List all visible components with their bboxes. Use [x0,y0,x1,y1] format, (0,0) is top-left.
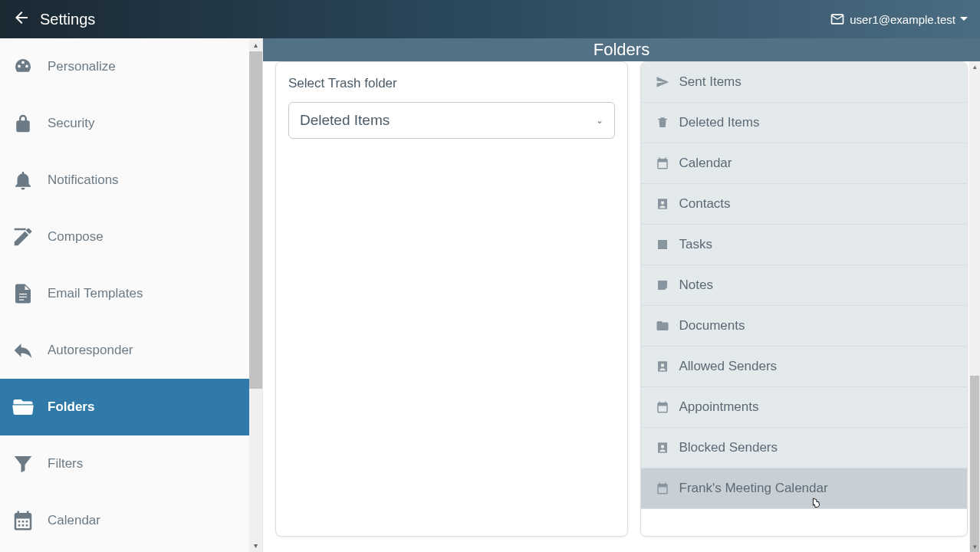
lock-icon [11,112,35,135]
folder-label: Calendar [679,156,732,171]
folder-item[interactable]: Documents [641,306,968,347]
scroll-down-icon[interactable]: ▾ [969,541,980,552]
sidebar-item-notifications[interactable]: Notifications [0,152,249,209]
scroll-up-icon[interactable]: ▴ [249,38,262,51]
sidebar-item-label: Compose [48,229,104,245]
sidebar-item-autoresponder[interactable]: Autoresponder [0,322,249,379]
contact-icon [655,441,670,455]
sidebar-item-label: Personalize [48,59,116,74]
sidebar-scrollbar[interactable]: ▴ ▾ [249,38,262,552]
folder-item[interactable]: Tasks [641,225,968,265]
filter-icon [11,452,35,475]
sidebar-item-columns[interactable]: Columns [0,549,249,552]
main-content: Folders Select Trash folder Deleted Item… [263,38,980,552]
contact-icon [655,197,670,211]
sidebar-item-compose[interactable]: Compose [0,209,249,265]
sidebar-item-label: Filters [48,456,83,472]
trash-icon [655,116,670,130]
sidebar-item-security[interactable]: Security [0,95,249,152]
calendar-icon [655,400,670,414]
scroll-down-icon[interactable]: ▾ [249,539,262,552]
folder-label: Tasks [679,237,712,252]
scroll-thumb[interactable] [970,376,979,552]
folder-label: Contacts [679,196,731,212]
settings-sidebar: Personalize Security Notifications Compo… [0,38,263,552]
sidebar-item-calendar[interactable]: Calendar [0,492,249,549]
content-title: Folders [263,38,980,61]
sidebar-item-folders[interactable]: Folders [0,379,249,435]
calendar-grid-icon [11,509,35,532]
sidebar-item-personalize[interactable]: Personalize [0,38,249,95]
folder-label: Allowed Senders [679,359,778,374]
app-header: Settings user1@example.test [0,0,980,38]
folder-item[interactable]: Contacts [641,184,968,225]
folder-label: Frank's Meeting Calendar [679,481,828,496]
page-title: Settings [40,11,95,28]
folder-item[interactable]: Calendar [641,143,968,184]
sidebar-item-email-templates[interactable]: Email Templates [0,265,249,322]
sidebar-item-label: Autoresponder [48,343,133,358]
file-icon [11,282,35,305]
sidebar-item-label: Email Templates [48,286,143,301]
folder-item[interactable]: Appointments [641,387,968,428]
folder-label: Deleted Items [679,115,760,130]
calendar-icon [655,481,670,495]
check-icon [655,238,670,251]
bell-icon [11,169,35,192]
sidebar-item-label: Notifications [48,172,119,188]
note-icon [655,278,670,292]
folder-label: Sent Items [679,74,742,90]
scroll-thumb[interactable] [249,51,262,389]
trash-folder-panel: Select Trash folder Deleted Items ⌄ [275,61,628,537]
folder-item[interactable]: Deleted Items [641,103,968,143]
user-email: user1@example.test [850,13,955,26]
back-button[interactable] [12,8,31,30]
select-trash-label: Select Trash folder [288,76,615,91]
calendar-icon [655,156,670,170]
sidebar-item-filters[interactable]: Filters [0,435,249,492]
chevron-down-icon [960,15,968,23]
compose-icon [11,225,35,248]
folder-item[interactable]: Allowed Senders [641,347,968,387]
folder-icon [655,319,670,333]
chevron-down-icon: ⌄ [596,115,603,126]
folder-open-icon [11,396,35,419]
folder-label: Notes [679,278,713,293]
select-value: Deleted Items [300,112,390,129]
scroll-up-icon[interactable]: ▴ [969,61,980,72]
user-menu[interactable]: user1@example.test [830,12,968,27]
contact-icon [655,360,670,373]
folder-item[interactable]: Frank's Meeting Calendar [641,468,968,509]
folder-label: Blocked Senders [679,440,778,455]
folder-list-panel: Sent Items Deleted Items Calendar Contac… [640,61,968,537]
main-scrollbar[interactable]: ▴ ▾ [969,61,980,552]
sidebar-item-label: Security [48,116,94,131]
folder-label: Documents [679,318,745,334]
reply-icon [11,339,35,362]
folder-item[interactable]: Blocked Senders [641,428,968,468]
folder-item[interactable]: Sent Items [641,62,968,103]
trash-folder-select[interactable]: Deleted Items ⌄ [288,102,615,139]
folder-item[interactable]: Notes [641,265,968,306]
folder-label: Appointments [679,399,759,415]
sidebar-item-label: Folders [48,399,94,415]
send-icon [655,75,670,89]
sidebar-item-label: Calendar [48,513,100,528]
gauge-icon [11,55,35,78]
